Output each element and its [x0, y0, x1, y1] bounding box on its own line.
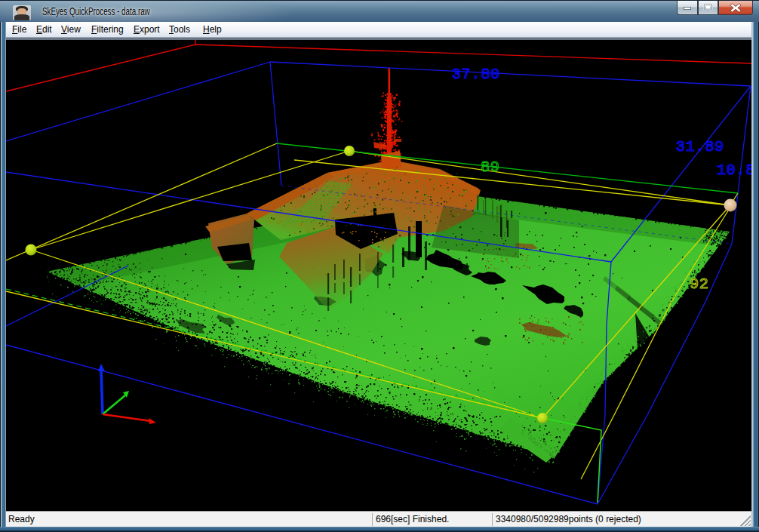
svg-text:31.89: 31.89 [676, 138, 724, 155]
svg-text:37.80: 37.80 [452, 66, 500, 83]
svg-text:10.8: 10.8 [717, 161, 751, 179]
svg-text:92: 92 [690, 275, 709, 293]
svg-text:89: 89 [481, 158, 500, 176]
